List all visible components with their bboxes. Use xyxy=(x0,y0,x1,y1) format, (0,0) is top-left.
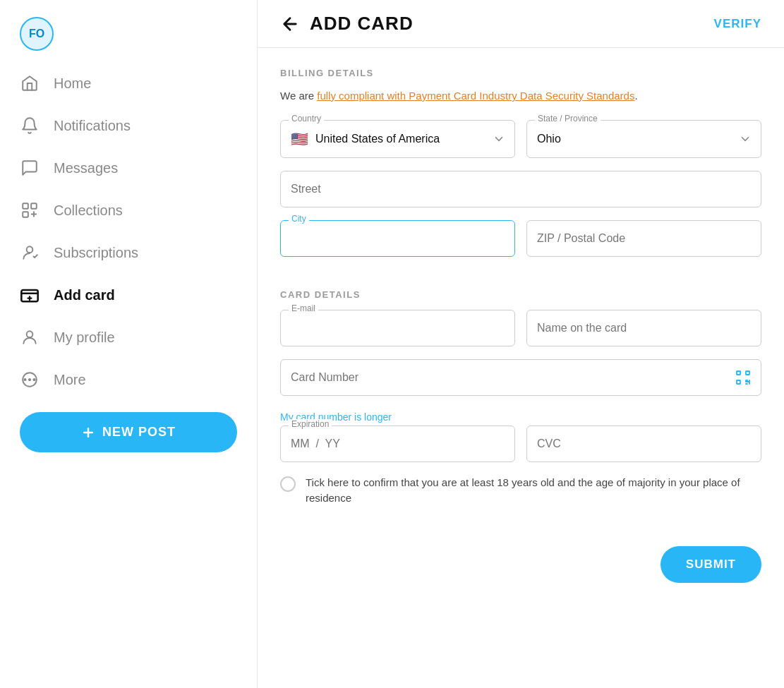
svg-point-3 xyxy=(27,246,33,253)
page-header-left: ADD CARD xyxy=(280,13,414,35)
main-content: ADD CARD VERIFY BILLING DETAILS We are f… xyxy=(258,0,784,688)
sidebar-item-messages[interactable]: Messages xyxy=(0,147,257,189)
subscriptions-icon xyxy=(20,243,40,262)
country-label: Country xyxy=(289,114,324,123)
expiration-field: Expiration xyxy=(280,426,515,462)
svg-rect-1 xyxy=(31,203,37,209)
compliance-highlight: fully compliant with Payment Card Indust… xyxy=(317,90,634,102)
zip-input[interactable] xyxy=(526,220,761,257)
notifications-icon xyxy=(20,116,40,135)
country-select[interactable]: 🇺🇸 United States of America xyxy=(280,120,515,158)
card-number-input[interactable] xyxy=(280,359,761,396)
sidebar-item-home[interactable]: Home xyxy=(0,62,257,104)
sidebar-item-my-profile[interactable]: My profile xyxy=(0,316,257,358)
state-field: State / Province Ohio xyxy=(526,120,761,158)
svg-rect-11 xyxy=(746,371,749,375)
age-confirm-checkbox[interactable] xyxy=(280,476,296,492)
page-title: ADD CARD xyxy=(310,13,414,35)
billing-section: BILLING DETAILS We are fully compliant w… xyxy=(258,48,784,289)
svg-point-6 xyxy=(29,379,30,380)
svg-point-5 xyxy=(27,331,33,337)
new-post-label: NEW POST xyxy=(102,425,176,440)
country-state-row: Country 🇺🇸 United States of America Stat… xyxy=(280,120,761,158)
name-on-card-input[interactable] xyxy=(526,310,761,346)
avatar-section: FO xyxy=(0,0,257,62)
page-header: ADD CARD VERIFY xyxy=(258,0,784,48)
sidebar: FO Home Notifications xyxy=(0,0,258,688)
svg-rect-2 xyxy=(23,212,28,217)
name-on-card-field xyxy=(526,310,761,346)
email-name-row: E-mail xyxy=(280,310,761,346)
svg-rect-10 xyxy=(737,371,740,375)
city-field: City xyxy=(280,220,515,257)
home-icon xyxy=(20,73,40,93)
card-section-label: CARD DETAILS xyxy=(280,289,761,300)
street-row xyxy=(280,171,761,207)
sidebar-item-home-label: Home xyxy=(54,76,91,92)
svg-point-7 xyxy=(24,379,25,380)
expiration-input[interactable] xyxy=(280,426,515,462)
svg-point-8 xyxy=(33,379,35,380)
sidebar-item-subscriptions-label: Subscriptions xyxy=(54,245,138,261)
sidebar-item-more-label: More xyxy=(54,372,86,388)
svg-rect-12 xyxy=(737,380,740,384)
city-label: City xyxy=(289,214,309,224)
messages-icon xyxy=(20,158,40,178)
sidebar-item-notifications[interactable]: Notifications xyxy=(0,104,257,147)
svg-rect-0 xyxy=(23,203,28,209)
flag-icon: 🇺🇸 xyxy=(291,131,308,147)
sidebar-item-more[interactable]: More xyxy=(0,358,257,401)
submit-button[interactable]: SUBMIT xyxy=(661,546,761,583)
submit-area: SUBMIT xyxy=(258,546,784,605)
more-icon xyxy=(20,370,40,390)
country-value: United States of America xyxy=(315,133,505,145)
state-select[interactable]: Ohio xyxy=(526,120,761,158)
sidebar-item-collections[interactable]: Collections xyxy=(0,189,257,231)
age-confirmation-row: Tick here to confirm that you are at lea… xyxy=(280,475,761,507)
card-number-row xyxy=(280,359,761,396)
new-post-button[interactable]: NEW POST xyxy=(20,412,237,452)
sidebar-item-messages-label: Messages xyxy=(54,160,118,176)
email-label: E-mail xyxy=(289,303,318,313)
avatar[interactable]: FO xyxy=(20,17,54,51)
email-input[interactable] xyxy=(280,310,515,346)
expiration-label: Expiration xyxy=(289,419,332,429)
sidebar-nav: Home Notifications Messages xyxy=(0,62,257,401)
sidebar-item-subscriptions[interactable]: Subscriptions xyxy=(0,231,257,274)
expiration-cvc-row: Expiration xyxy=(280,426,761,462)
collections-icon xyxy=(20,200,40,220)
sidebar-item-collections-label: Collections xyxy=(54,203,123,219)
add-card-icon xyxy=(20,285,40,305)
cvc-field xyxy=(526,426,761,462)
email-field: E-mail xyxy=(280,310,515,346)
card-section: CARD DETAILS E-mail xyxy=(258,289,784,546)
verify-button[interactable]: VERIFY xyxy=(714,17,761,31)
street-field xyxy=(280,171,761,207)
city-input[interactable] xyxy=(280,220,515,257)
state-value: Ohio xyxy=(537,133,751,145)
back-button[interactable] xyxy=(280,14,300,34)
age-confirm-text: Tick here to confirm that you are at lea… xyxy=(306,475,761,507)
cvc-input[interactable] xyxy=(526,426,761,462)
street-input[interactable] xyxy=(280,171,761,207)
zip-field xyxy=(526,220,761,257)
city-zip-row: City xyxy=(280,220,761,257)
billing-section-label: BILLING DETAILS xyxy=(280,68,761,78)
state-label: State / Province xyxy=(535,114,601,123)
sidebar-item-notifications-label: Notifications xyxy=(54,118,131,134)
sidebar-item-my-profile-label: My profile xyxy=(54,330,115,346)
country-field: Country 🇺🇸 United States of America xyxy=(280,120,515,158)
sidebar-item-add-card-label: Add card xyxy=(54,287,115,303)
card-number-field xyxy=(280,359,761,396)
compliance-text: We are fully compliant with Payment Card… xyxy=(280,88,761,104)
scan-card-icon[interactable] xyxy=(735,369,752,386)
sidebar-item-add-card[interactable]: Add card xyxy=(0,274,257,316)
profile-icon xyxy=(20,327,40,347)
